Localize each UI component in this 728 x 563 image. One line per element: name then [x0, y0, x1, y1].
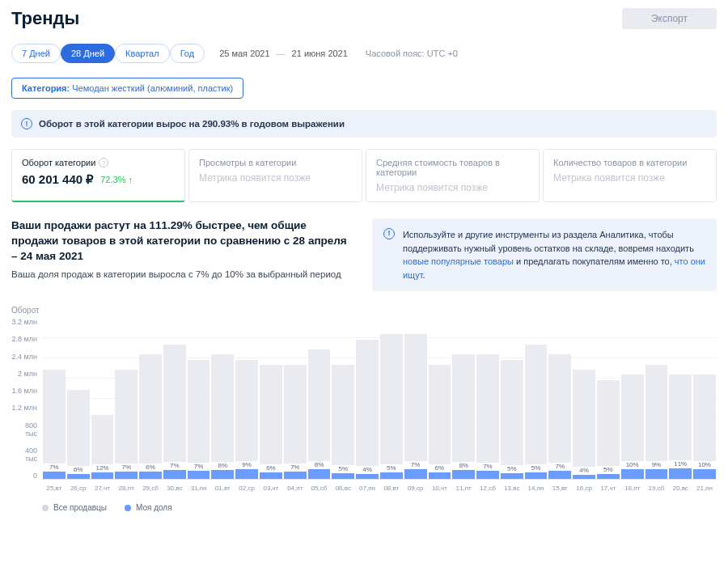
bar-slot: 2 млн4% [572, 318, 596, 479]
bar-slot: 2.3 млн6% [138, 318, 163, 479]
bar-share-label: 9% [242, 461, 252, 468]
bar-share-label: 7% [194, 463, 204, 470]
range-pill-2[interactable]: Квартал [115, 44, 170, 63]
x-axis: 25,вт26,ср27,чт28,пт29,сб30,вс31,пн01,вт… [42, 485, 717, 492]
tip-link-popular[interactable]: новые популярные товары [403, 256, 514, 266]
y-tick: 400 тыс [11, 447, 37, 463]
x-tick: 21,пн [692, 485, 717, 492]
y-tick: 0 [11, 472, 37, 480]
x-tick: 18,пт [620, 485, 645, 492]
bar-total [476, 354, 499, 463]
bar-total [669, 375, 692, 460]
bar-share [429, 472, 451, 479]
metric-card[interactable]: Просмотры в категорииМетрика появится по… [188, 149, 362, 202]
help-icon[interactable]: ? [99, 158, 108, 167]
info-icon: ! [383, 228, 395, 239]
bar-share-label: 5% [387, 464, 396, 472]
export-button[interactable]: Экспорт [622, 8, 717, 29]
bar-share-label: 5% [507, 465, 517, 472]
chart-title: Оборот [11, 306, 717, 315]
legend-item-all: Все продавцы [42, 503, 107, 512]
bar-total [332, 365, 354, 466]
date-to: 21 июня 2021 [292, 49, 348, 58]
bar-share [356, 474, 379, 480]
bar-share-label: 5% [603, 466, 613, 473]
bar-total [573, 370, 595, 467]
bar-share [115, 472, 138, 479]
y-tick: 1.2 млн [11, 404, 37, 412]
bar-share [573, 475, 595, 479]
x-tick: 10,чт [428, 485, 452, 492]
bar-slot: 2.1 млн6% [259, 318, 283, 479]
bar-share [452, 470, 475, 480]
bar-share-label: 6% [146, 464, 155, 471]
metric-card-turnover[interactable]: Оборот категории ? 60 201 440 ₽ 72.3% ↑ [11, 149, 185, 202]
bar-share-label: 6% [435, 464, 445, 472]
bar-slot: 1.8 млн5% [596, 318, 620, 479]
bar-share [525, 472, 548, 479]
bar-slot: 2 млн7% [114, 318, 138, 479]
category-name: Чемодан жесткий (алюминий, пластик) [72, 83, 233, 93]
metric-title: Средняя стоимость товаров в категории [376, 158, 529, 177]
chart-plot: 2 млн7%1.6 млн6%1.1 млн12%2 млн7%2.3 млн… [42, 318, 717, 480]
bar-total [284, 365, 307, 464]
bar-share [211, 470, 234, 480]
tip-box: ! Используйте и другие инструменты из ра… [372, 218, 717, 291]
bar-share-label: 11% [674, 460, 687, 468]
bar-share-label: 7% [411, 461, 421, 468]
x-tick: 07,пн [355, 485, 379, 492]
bar-share-label: 7% [49, 464, 59, 471]
bar-share-label: 8% [459, 462, 468, 469]
bar-share-label: 7% [170, 462, 180, 469]
metric-value: 60 201 440 ₽ [22, 172, 94, 187]
bar-share-label: 7% [121, 464, 131, 471]
x-tick: 17,чт [596, 485, 620, 492]
bar-share-label: 7% [556, 463, 565, 470]
bar-total [260, 365, 282, 464]
bar-share-label: 8% [218, 462, 228, 469]
y-tick: 2 млн [11, 370, 37, 378]
y-axis: 3.2 млн2.8 млн2.4 млн2 млн1.6 млн1.2 млн… [11, 318, 42, 480]
bar-share [67, 474, 90, 479]
x-tick: 03,чт [259, 485, 283, 492]
bar-share-label: 10% [626, 461, 639, 468]
bar-slot: 1.1 млн12% [91, 318, 115, 479]
metric-card[interactable]: Количество товаров в категорииМетрика по… [543, 149, 717, 202]
metric-title: Просмотры в категории [199, 158, 352, 167]
y-tick: 800 тыс [11, 421, 37, 438]
bar-total [548, 354, 571, 463]
bar-share [284, 472, 307, 479]
bar-share [260, 472, 282, 479]
y-tick: 2.4 млн [11, 353, 37, 361]
range-pill-0[interactable]: 7 Дней [11, 44, 61, 63]
x-tick: 11,пт [451, 485, 476, 492]
x-tick: 26,ср [66, 485, 91, 492]
range-pill-1[interactable]: 28 Дней [61, 44, 115, 63]
bar-total [67, 390, 90, 466]
category-chip[interactable]: Категория: Чемодан жесткий (алюминий, пл… [11, 78, 243, 99]
bar-slot: 2.4 млн8% [307, 318, 332, 479]
bar-slot: 2.2 млн5% [500, 318, 524, 479]
x-tick: 04,пт [283, 485, 307, 492]
date-from: 25 мая 2021 [219, 49, 269, 58]
bar-share-label: 10% [698, 461, 711, 468]
bar-total [356, 340, 379, 466]
metric-delta: 72.3% ↑ [100, 175, 133, 184]
x-tick: 15,вт [548, 485, 572, 492]
bar-total [235, 360, 258, 461]
bar-total [308, 349, 331, 461]
bar-share-label: 6% [266, 464, 276, 472]
x-tick: 02,ср [235, 485, 259, 492]
x-tick: 12,сб [476, 485, 500, 492]
bar-slot: 2.3 млн7% [548, 318, 572, 479]
bar-total [43, 370, 66, 464]
date-range[interactable]: 25 мая 2021 — 21 июня 2021 [219, 49, 348, 58]
x-tick: 31,пн [187, 485, 211, 492]
range-pill-3[interactable]: Год [170, 44, 205, 63]
metric-card[interactable]: Средняя стоимость товаров в категорииМет… [366, 149, 540, 202]
bar-total [404, 334, 427, 461]
bar-slot: 2.2 млн9% [235, 318, 259, 479]
x-tick: 09,ср [404, 485, 428, 492]
page-title: Тренды [11, 8, 79, 29]
metric-cards: Оборот категории ? 60 201 440 ₽ 72.3% ↑ … [11, 149, 717, 202]
